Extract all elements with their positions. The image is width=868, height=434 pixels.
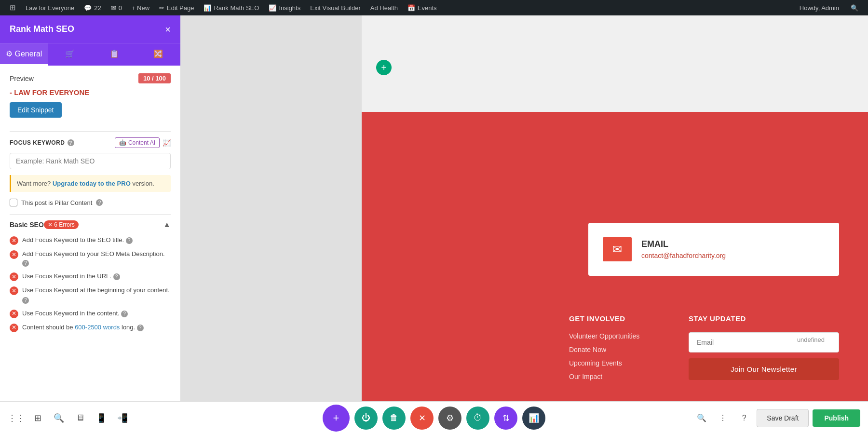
- basic-seo-header: Basic SEO ✕ 6 Errors ▲: [10, 220, 171, 229]
- top-gray-section: [362, 15, 868, 112]
- volunteer-link[interactable]: Volunteer Opportunities: [569, 332, 669, 340]
- edit-icon: ✏: [159, 4, 164, 12]
- preview-label: Preview: [10, 75, 34, 82]
- insights-link[interactable]: 📈 Insights: [265, 0, 304, 15]
- toolbar-close-button[interactable]: ✕: [410, 407, 434, 430]
- donate-link[interactable]: Donate Now: [569, 346, 669, 353]
- toolbar-history-button[interactable]: ⏱: [466, 407, 489, 430]
- seo-item-6: ✕ Content should be 600-2500 words long.…: [10, 323, 171, 332]
- get-involved-title: GET INVOLVED: [569, 314, 669, 323]
- toolbar-settings-button[interactable]: ⚙: [438, 407, 461, 430]
- seo-checklist: ✕ Add Focus Keyword to the SEO title. ? …: [10, 236, 171, 332]
- tab-social[interactable]: 🛒: [48, 43, 92, 66]
- site-name[interactable]: Law for Everyone: [22, 0, 78, 15]
- preview-header: Preview 10 / 100: [10, 73, 171, 83]
- toolbar-more-button[interactable]: ⋮: [714, 409, 732, 427]
- help-3[interactable]: ?: [113, 273, 120, 280]
- tab-schema[interactable]: 📋: [92, 43, 136, 66]
- pillar-content-row: This post is Pillar Content ?: [10, 199, 171, 206]
- toolbar-power-button[interactable]: ⏻: [354, 407, 378, 430]
- toolbar-tablet-button[interactable]: 📱: [93, 409, 110, 427]
- howdy-link[interactable]: Howdy, Admin: [796, 0, 843, 15]
- bottom-toolbar: ⋮⋮ ⊞ 🔍 🖥 📱 📲 + ⏻ 🗑 ✕ ⚙ ⏱ ⇅ 📊 🔍 ⋮ ? Save …: [0, 401, 868, 434]
- focus-keyword-label: FOCUS KEYWORD ?: [10, 139, 74, 146]
- seo-error-icon-4: ✕: [10, 286, 18, 295]
- edit-snippet-button[interactable]: Edit Snippet: [10, 102, 62, 118]
- seo-item-2: ✕ Add Focus Keyword to your SEO Meta Des…: [10, 250, 171, 267]
- toolbar-menu-button[interactable]: ⋮⋮: [8, 409, 25, 427]
- help-1[interactable]: ?: [126, 237, 133, 244]
- email-icon: ✉: [612, 243, 622, 256]
- chart-icon: 📈: [269, 4, 276, 12]
- get-involved-col: GET INVOLVED Volunteer Opportunities Don…: [569, 314, 669, 380]
- social-icon: 🛒: [65, 49, 75, 58]
- events-link[interactable]: Upcoming Events: [569, 359, 669, 367]
- publish-button[interactable]: Publish: [813, 409, 860, 427]
- comments-link[interactable]: 💬 22: [80, 0, 105, 15]
- help-5[interactable]: ?: [121, 311, 128, 317]
- toolbar-add-button[interactable]: +: [323, 405, 350, 432]
- exit-vb-link[interactable]: Exit Visual Builder: [306, 0, 365, 15]
- panel-header: Rank Math SEO ×: [0, 15, 180, 43]
- impact-link[interactable]: Our Impact: [569, 373, 669, 380]
- seo-item-1: ✕ Add Focus Keyword to the SEO title. ?: [10, 236, 171, 245]
- admin-bar-right: Howdy, Admin 🔍: [796, 0, 862, 15]
- panel-tabs: ⚙ General 🛒 📋 🔀: [0, 43, 180, 66]
- rankmath-panel: Rank Math SEO × ⚙ General 🛒 📋 🔀 Preview …: [0, 15, 181, 434]
- stay-updated-title: STAY UPDATED: [689, 314, 839, 323]
- save-draft-button[interactable]: Save Draft: [757, 409, 809, 427]
- preview-site-name: - LAW FOR EVERYONE: [10, 88, 171, 96]
- new-post-link[interactable]: + New: [128, 0, 153, 15]
- comment-icon: 💬: [84, 4, 92, 12]
- tab-advanced[interactable]: 🔀: [136, 43, 180, 66]
- collapse-button[interactable]: ▲: [163, 220, 171, 229]
- email-card: ✉ EMAIL contact@fahadforcharity.org: [588, 223, 839, 276]
- admin-bar: ⊞ Law for Everyone 💬 22 ✉ 0 + New ✏ Edit…: [0, 0, 868, 15]
- edit-page-link[interactable]: ✏ Edit Page: [155, 0, 198, 15]
- toolbar-mobile-button[interactable]: 📲: [114, 409, 131, 427]
- join-newsletter-button[interactable]: Join Our Newsletter: [689, 358, 839, 380]
- focus-keyword-input[interactable]: [10, 153, 171, 169]
- pillar-content-checkbox[interactable]: [10, 199, 17, 206]
- message-icon: ✉: [111, 4, 116, 12]
- help-6[interactable]: ?: [137, 325, 144, 331]
- pillar-help-icon[interactable]: ?: [96, 199, 103, 206]
- add-section-button[interactable]: +: [376, 60, 392, 75]
- tab-general[interactable]: ⚙ General: [0, 43, 48, 66]
- panel-close-button[interactable]: ×: [165, 25, 171, 34]
- content-ai-button[interactable]: 🤖 Content AI: [115, 137, 160, 148]
- seo-error-icon-5: ✕: [10, 310, 18, 318]
- general-icon: ⚙: [6, 49, 13, 58]
- focus-keyword-header: FOCUS KEYWORD ? 🤖 Content AI 📈: [10, 137, 171, 148]
- stay-updated-col: STAY UPDATED Join Our Newsletter: [689, 314, 839, 380]
- seo-item-3: ✕ Use Focus Keyword in the URL. ?: [10, 272, 171, 281]
- schema-icon: 📋: [109, 49, 119, 58]
- ad-health-link[interactable]: Ad Health: [366, 0, 402, 15]
- toolbar-desktop-button[interactable]: 🖥: [71, 409, 89, 427]
- wp-logo[interactable]: ⊞: [6, 0, 20, 15]
- upgrade-link[interactable]: Upgrade today to the PRO: [53, 180, 131, 187]
- toolbar-grid-button[interactable]: ⊞: [29, 409, 46, 427]
- email-address: contact@fahadforcharity.org: [641, 252, 726, 259]
- toolbar-search-button[interactable]: 🔍: [50, 409, 68, 427]
- wp-icon: ⊞: [10, 3, 16, 12]
- rankmath-link[interactable]: 📊 Rank Math SEO: [200, 0, 263, 15]
- seo-item-5: ✕ Use Focus Keyword in the content. ?: [10, 309, 171, 318]
- toolbar-reorder-button[interactable]: ⇅: [494, 407, 517, 430]
- help-2[interactable]: ?: [22, 260, 29, 267]
- ai-icon: 🤖: [119, 139, 126, 146]
- help-4[interactable]: ?: [22, 297, 29, 304]
- toolbar-help-button[interactable]: ?: [735, 409, 753, 427]
- messages-link[interactable]: ✉ 0: [107, 0, 126, 15]
- toolbar-chart-button[interactable]: 📊: [522, 407, 545, 430]
- toolbar-search-right-button[interactable]: 🔍: [693, 409, 710, 427]
- toolbar-left: ⋮⋮ ⊞ 🔍 🖥 📱 📲: [8, 409, 131, 427]
- events-link[interactable]: 📅 Events: [404, 0, 441, 15]
- red-section: ✉ EMAIL contact@fahadforcharity.org GET …: [362, 112, 868, 401]
- focus-keyword-help-icon[interactable]: ?: [68, 139, 74, 146]
- toolbar-center: + ⏻ 🗑 ✕ ⚙ ⏱ ⇅ 📊: [323, 405, 545, 432]
- search-icon[interactable]: 🔍: [847, 0, 862, 15]
- rankmath-icon: 📊: [203, 4, 211, 12]
- get-involved-links: Volunteer Opportunities Donate Now Upcom…: [569, 332, 669, 380]
- toolbar-trash-button[interactable]: 🗑: [382, 407, 406, 430]
